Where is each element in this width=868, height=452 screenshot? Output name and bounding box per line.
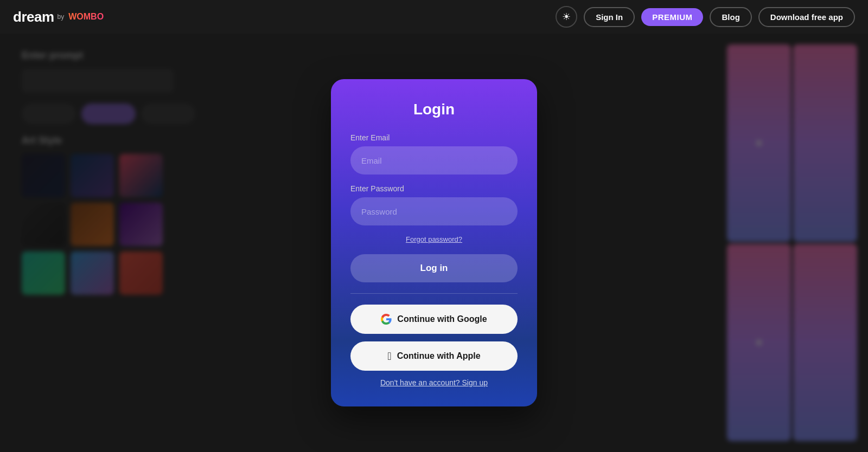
apple-icon:  <box>387 351 391 361</box>
navbar-actions: ☀ Sign In PREMIUM Blog Download free app <box>556 6 855 28</box>
logo-wombo-text: WOMBO <box>68 12 104 22</box>
login-button[interactable]: Log in <box>350 254 518 282</box>
download-button[interactable]: Download free app <box>758 7 855 27</box>
google-signin-button[interactable]: Continue with Google <box>350 305 518 334</box>
password-label: Enter Password <box>350 184 518 193</box>
modal-title: Login <box>350 101 518 118</box>
google-button-label: Continue with Google <box>397 314 487 324</box>
password-input[interactable] <box>350 197 518 225</box>
blog-button[interactable]: Blog <box>710 7 751 27</box>
apple-signin-button[interactable]:  Continue with Apple <box>350 341 518 371</box>
google-icon <box>381 314 392 325</box>
signin-button[interactable]: Sign In <box>584 7 635 27</box>
logo-dream-text: dream <box>13 9 54 25</box>
logo-by-text: by <box>58 13 65 21</box>
signup-link[interactable]: Don't have an account? Sign up <box>350 378 518 387</box>
sun-icon: ☀ <box>562 11 571 23</box>
navbar: dream by WOMBO ☀ Sign In PREMIUM Blog Do… <box>0 0 868 34</box>
theme-toggle-button[interactable]: ☀ <box>556 6 577 28</box>
login-modal: Login Enter Email Enter Password Forgot … <box>331 79 537 406</box>
logo: dream by WOMBO <box>13 9 104 25</box>
premium-button[interactable]: PREMIUM <box>641 8 703 26</box>
forgot-password-link[interactable]: Forgot password? <box>350 235 518 243</box>
email-label: Enter Email <box>350 133 518 142</box>
email-input[interactable] <box>350 146 518 175</box>
modal-backdrop: Login Enter Email Enter Password Forgot … <box>0 34 868 452</box>
apple-button-label: Continue with Apple <box>397 351 481 361</box>
divider <box>350 293 518 294</box>
